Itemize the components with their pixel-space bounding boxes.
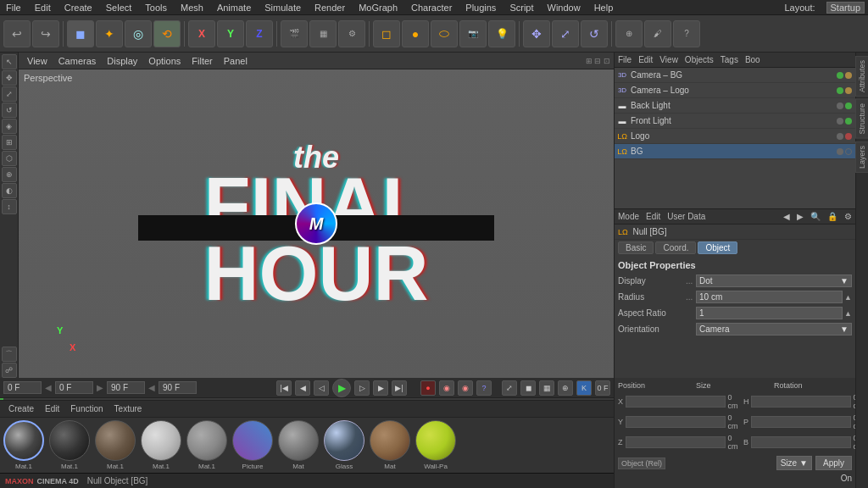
tab-display[interactable]: Display [102, 53, 142, 69]
prev-key-button[interactable]: ◁ [314, 380, 329, 396]
menu-script[interactable]: Script [507, 3, 536, 13]
attr-lock[interactable]: 🔒 [827, 212, 837, 221]
frame-current-input[interactable]: 0 F [55, 381, 93, 394]
timeline-key-button[interactable]: K [576, 380, 592, 396]
size-p-input[interactable] [751, 416, 851, 428]
timeline-tool4[interactable]: ⊕ [558, 380, 573, 396]
pos-z-input[interactable] [626, 436, 726, 448]
material-item-4[interactable]: Mat.1 [141, 420, 181, 470]
attr-menu-edit[interactable]: Edit [646, 212, 660, 221]
sphere-button[interactable]: ● [402, 20, 429, 47]
menu-edit[interactable]: Edit [32, 3, 53, 13]
animate-mode-button[interactable]: ⟲ [153, 20, 181, 47]
menu-window[interactable]: Window [545, 3, 583, 13]
attr-nav-left[interactable]: ◀ [783, 212, 790, 221]
mat-tab-function[interactable]: Function [65, 402, 108, 417]
select-icon[interactable]: ↖ [2, 54, 17, 69]
timeline-tool2[interactable]: ◼ [520, 380, 536, 396]
mat-tab-edit[interactable]: Edit [40, 402, 64, 417]
prev-frame-button[interactable]: ◀ [295, 380, 310, 396]
redo-button[interactable]: ↪ [32, 20, 59, 47]
object-row-logo[interactable]: LΩ Logo [615, 129, 855, 144]
record-pos-button[interactable]: ◉ [439, 380, 454, 396]
material-item-6[interactable]: Picture [232, 420, 273, 470]
radius-value[interactable]: 10 cm [696, 291, 843, 303]
go-end-button[interactable]: ▶| [392, 380, 407, 396]
y-axis-button[interactable]: Y [217, 20, 244, 47]
menu-simulate[interactable]: Simulate [262, 3, 303, 13]
mat-tab-texture[interactable]: Texture [109, 402, 147, 417]
scale-icon[interactable]: ⤢ [2, 86, 17, 102]
tool2-icon[interactable]: ⊞ [2, 135, 17, 150]
material-item-1[interactable]: Mat.1 [3, 420, 44, 470]
select-button[interactable]: ⊕ [615, 20, 643, 47]
bottom-tool1-icon[interactable]: ⌒ [2, 347, 17, 362]
pos-x-input[interactable] [626, 396, 726, 408]
attr-menu-userdata[interactable]: User Data [667, 212, 705, 221]
model-mode-button[interactable]: ◼ [67, 20, 94, 47]
tool4-icon[interactable]: ⊕ [2, 167, 17, 182]
menu-mograph[interactable]: MoGraph [356, 3, 400, 13]
material-item-5[interactable]: Mat.1 [186, 420, 227, 470]
tool1-icon[interactable]: ◈ [2, 119, 17, 134]
rotate-icon[interactable]: ↺ [2, 103, 17, 118]
side-tab-structure[interactable]: Structure [855, 99, 868, 139]
z-axis-button[interactable]: Z [246, 20, 273, 47]
tool5-icon[interactable]: ◐ [2, 183, 17, 198]
obj-menu-objects[interactable]: Objects [685, 55, 714, 64]
frame-end-input-2[interactable]: 90 F [159, 381, 197, 394]
attr-menu-mode[interactable]: Mode [618, 212, 639, 221]
pos-y-input[interactable] [626, 416, 726, 428]
undo-button[interactable]: ↩ [3, 20, 31, 47]
material-item-9[interactable]: Mat [370, 420, 410, 470]
material-item-8[interactable]: Glass [324, 420, 364, 470]
obj-menu-boo[interactable]: Boo [745, 55, 760, 64]
bottom-tool2-icon[interactable]: ☍ [2, 363, 17, 378]
mat-tab-create[interactable]: Create [3, 402, 39, 417]
attr-tab-coord[interactable]: Coord. [655, 241, 696, 254]
display-dropdown[interactable]: Dot ▼ [696, 274, 852, 287]
menu-animate[interactable]: Animate [214, 3, 253, 13]
menu-render[interactable]: Render [312, 3, 348, 13]
next-frame-button[interactable]: ▶ [373, 380, 388, 396]
material-item-7[interactable]: Mat [278, 420, 319, 470]
render-settings-button[interactable]: ⚙ [338, 20, 365, 47]
help-button[interactable]: ? [673, 20, 700, 47]
obj-menu-view[interactable]: View [659, 55, 678, 64]
cylinder-button[interactable]: ⬭ [431, 20, 458, 47]
texture-mode-button[interactable]: ◎ [125, 20, 152, 47]
side-tab-layers[interactable]: Layers [855, 141, 868, 173]
material-item-10[interactable]: Wall-Pa [415, 420, 456, 470]
attr-tab-basic[interactable]: Basic [618, 241, 654, 254]
aspect-value[interactable]: 1 [696, 307, 843, 319]
tab-panel[interactable]: Panel [219, 53, 253, 69]
timeline-tool3[interactable]: ▦ [539, 380, 554, 396]
tool6-icon[interactable]: ↕ [2, 199, 17, 214]
frame-start-input[interactable]: 0 F [3, 381, 42, 394]
attr-nav-right[interactable]: ▶ [797, 212, 804, 221]
object-rel-button[interactable]: Object (Rel) [618, 458, 665, 469]
paint-button[interactable]: 🖌 [644, 20, 671, 47]
attr-settings[interactable]: ⚙ [844, 212, 852, 221]
object-row-back-light[interactable]: ▬ Back Light [615, 98, 855, 114]
side-tab-attributes[interactable]: Attributes [855, 56, 868, 97]
camera-button[interactable]: 📷 [459, 20, 487, 47]
3d-viewport[interactable]: Perspective the FINAL HOUR Y X [19, 69, 614, 378]
material-item-3[interactable]: Mat.1 [95, 420, 136, 470]
object-mode-button[interactable]: ✦ [96, 20, 123, 47]
object-row-camera-logo[interactable]: 3D Camera – Logo [615, 83, 855, 98]
tab-cameras[interactable]: Cameras [53, 53, 102, 69]
menu-file[interactable]: File [3, 3, 24, 13]
object-row-camera-bg[interactable]: 3D Camera – BG [615, 68, 855, 83]
light-button[interactable]: 💡 [488, 20, 515, 47]
go-start-button[interactable]: |◀ [276, 380, 292, 396]
layout-dropdown[interactable]: Startup [826, 2, 865, 14]
rotate-button[interactable]: ↺ [581, 20, 608, 47]
menu-create[interactable]: Create [62, 3, 95, 13]
timeline-end-button[interactable]: 0 F [595, 380, 610, 396]
menu-character[interactable]: Character [409, 3, 454, 13]
object-row-bg[interactable]: LΩ BG [615, 144, 855, 159]
object-row-front-light[interactable]: ▬ Front Light [615, 114, 855, 129]
obj-menu-tags[interactable]: Tags [721, 55, 738, 64]
cube-button[interactable]: ◻ [373, 20, 400, 47]
